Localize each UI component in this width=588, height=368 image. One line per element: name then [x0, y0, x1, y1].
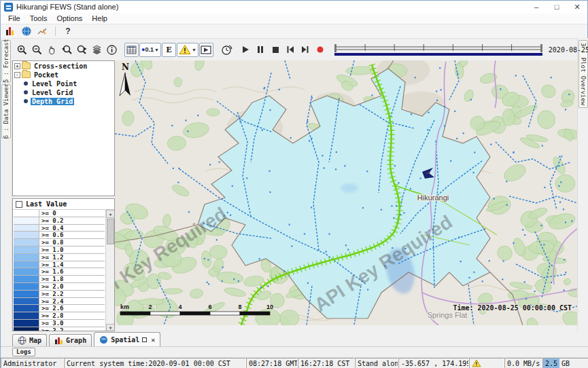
grid-display-button[interactable] [124, 43, 139, 57]
map-time-label: Time: 2020-08-25 00:00:00 CST [453, 304, 572, 312]
side-tab-data-viewer[interactable]: 6 : Data Viewer [1, 84, 11, 139]
zoom-previous-button[interactable] [60, 43, 74, 57]
zoom-next-icon [76, 44, 88, 56]
label-e-icon: E [166, 45, 171, 54]
title-bar: Hikurangi FEWS (Stand alone) – □ ✕ [1, 1, 587, 13]
legend-swatch [14, 246, 39, 253]
time-slider[interactable] [332, 43, 544, 56]
status-cell: 08:27:18 GMT [246, 358, 298, 368]
last-value-checkbox[interactable] [16, 201, 22, 208]
pan-button[interactable] [45, 43, 59, 57]
thresholds-dropdown[interactable]: ▼ [177, 43, 198, 57]
main-toolbar: ? [1, 24, 587, 38]
info-button[interactable] [105, 43, 119, 57]
legend-row: >= 1.2 [14, 254, 105, 261]
legend-swatch [14, 254, 39, 261]
warning-icon [179, 44, 191, 55]
tab-spatial[interactable]: Spatial✕ [94, 332, 160, 346]
skip-start-icon [286, 45, 295, 54]
legend-row: >= 1.0 [14, 246, 105, 254]
minimize-button[interactable]: – [526, 1, 547, 13]
bottom-tab-bar: MapGraphSpatial✕ [1, 331, 588, 346]
logs-tab[interactable]: Logs [12, 348, 35, 356]
database-button[interactable] [4, 26, 16, 37]
zoom-next-button[interactable] [75, 43, 89, 57]
legend-swatch [14, 312, 39, 319]
legend-row: >= 0.4 [14, 225, 105, 232]
scroll-up-icon[interactable]: ▲ [106, 210, 115, 218]
legend-swatch [14, 283, 39, 290]
legend-list: >= 0>= 0.2>= 0.4>= 0.6>= 0.8>= 1.0>= 1.2… [14, 210, 105, 331]
pause-button[interactable] [254, 43, 268, 57]
step-forward-button[interactable] [298, 43, 313, 57]
tab-map[interactable]: Map [12, 334, 47, 346]
record-icon [315, 45, 325, 54]
menu-file[interactable]: File [3, 13, 25, 24]
close-tab-icon[interactable]: ✕ [151, 336, 155, 344]
pause-icon [256, 45, 265, 54]
record-button[interactable] [313, 43, 328, 57]
scroll-down-icon[interactable]: ▼ [106, 324, 115, 331]
tree-item-pocket[interactable]: -Pocket [14, 71, 114, 79]
north-label: N [122, 62, 129, 72]
legend-swatch [14, 210, 39, 217]
expand-icon[interactable]: + [14, 63, 20, 69]
step-back-button[interactable] [283, 43, 298, 57]
legend-swatch [14, 268, 39, 275]
layers-icon [91, 44, 103, 56]
scale-tick-label: 4 [178, 303, 181, 310]
menu-help[interactable]: Help [87, 13, 112, 24]
collapse-icon[interactable]: - [14, 72, 20, 78]
set-time-button[interactable] [220, 43, 234, 57]
layers-button[interactable] [90, 43, 104, 57]
menu-options[interactable]: Options [52, 13, 87, 24]
map-canvas: API Key Required API Key Required Hikura… [115, 60, 577, 325]
zoom-out-button[interactable] [30, 43, 44, 57]
chevron-down-icon: ▼ [154, 48, 159, 52]
scrollbar-thumb[interactable] [107, 219, 114, 244]
timer-clock-icon [220, 43, 232, 56]
legend-row: >= 2.0 [14, 283, 105, 291]
legend-row: >= 1.6 [14, 268, 105, 276]
tree-item-level-point[interactable]: Level Point [14, 79, 114, 88]
tab-graph[interactable]: Graph [49, 334, 92, 346]
restore-icon[interactable] [142, 337, 147, 342]
time-series-button[interactable] [37, 26, 49, 37]
scale-unit-label: km [120, 303, 129, 310]
app-window: Hikurangi FEWS (Stand alone) – □ ✕ FileT… [0, 0, 588, 368]
play-button[interactable] [239, 43, 253, 57]
tree-item-depth-grid[interactable]: Depth Grid [14, 97, 114, 105]
maximize-button[interactable]: □ [547, 1, 567, 13]
precision-dropdown[interactable]: ● 0.1 ▼ [139, 43, 161, 57]
side-tab-forecast[interactable]: 5 : Forecast [1, 40, 11, 82]
legend-swatch [14, 225, 39, 232]
map-display-button[interactable] [20, 26, 33, 37]
tree-item-level-grid[interactable]: Level Grid [14, 88, 114, 96]
map-view[interactable]: API Key Required API Key Required Hikura… [115, 60, 577, 325]
legend-swatch [14, 305, 39, 312]
grid-icon [126, 45, 137, 54]
legend-scrollbar[interactable]: ▲ ▼ [105, 210, 114, 331]
zoom-out-icon [31, 44, 43, 56]
folder-icon [22, 62, 31, 69]
menu-tools[interactable]: Tools [25, 13, 52, 24]
labels-toggle-button[interactable]: E [162, 43, 176, 57]
legend-row: >= 0.2 [14, 217, 105, 225]
legend-title: Last Value [26, 200, 67, 208]
graph-tab-icon [54, 336, 63, 345]
town-label-springs-flat: Springs Flat [428, 311, 468, 319]
legend-swatch [14, 217, 39, 224]
tree-item-cross-section[interactable]: +Cross-section [14, 62, 114, 70]
close-button[interactable]: ✕ [567, 1, 587, 13]
legend-row: >= 2.2 [14, 291, 105, 298]
help-button[interactable]: ? [62, 26, 74, 37]
zoom-in-button[interactable] [15, 43, 29, 57]
node-bullet-icon [24, 99, 28, 103]
toolbar-separator [55, 26, 56, 36]
warning-icon [472, 359, 481, 367]
zoom-in-icon [16, 44, 28, 56]
app-logo-icon [4, 3, 13, 12]
logs-row: Logs [1, 346, 588, 357]
animation-button[interactable] [199, 43, 213, 57]
stop-button[interactable] [269, 43, 283, 57]
